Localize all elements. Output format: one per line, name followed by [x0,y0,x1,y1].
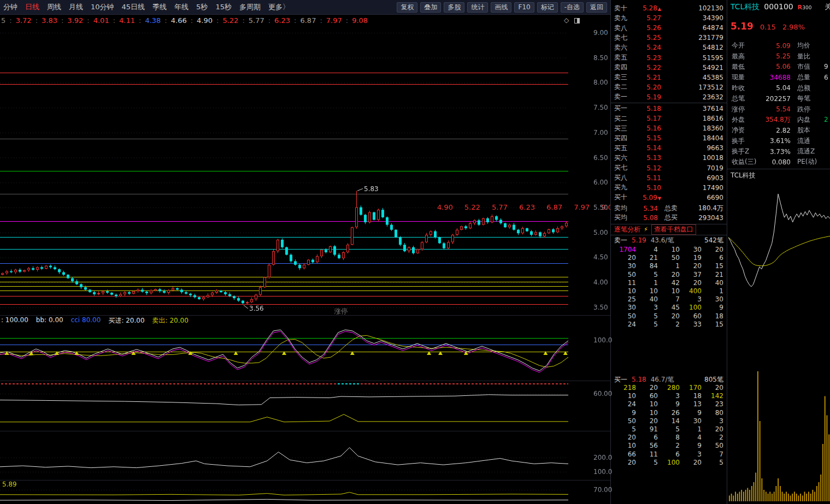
toolbar-button-统计[interactable]: 统计 [467,2,488,13]
tick-cell: 42 [658,279,680,287]
level2-depth-link[interactable]: 查看千档盘口 [651,224,696,235]
tick-row: 111422040 [611,279,727,287]
tick-cell: 218 [614,384,636,392]
toolbar-button-标记[interactable]: 标记 [537,2,558,13]
period-tab-45日线[interactable]: 45日线 [122,2,145,12]
tick-cell: 10 [658,287,680,295]
bid-level-row[interactable]: 买五5.149663 [611,143,727,153]
period-tab-5秒[interactable]: 5秒 [196,2,208,12]
bid-level-row[interactable]: 买一5.1837614 [611,104,727,114]
tick-cell: 66 [614,450,636,459]
stat-value: 34688 [762,74,791,81]
tick-cell: 45 [658,304,680,312]
sell-tick-header: 卖一 5.19 43.6/笔 542笔 [611,236,727,245]
diamond-icon[interactable]: ◇ [564,16,569,24]
toolbar-button--自选[interactable]: -自选 [561,2,584,13]
ask-level-row[interactable]: 卖七5.25231779 [611,33,727,43]
indicator-axis-label: 100.0 [593,336,612,344]
period-tab-分钟[interactable]: 分钟 [3,2,17,12]
indicator-panel-3[interactable] [0,431,568,481]
tick-row: 17044103020 [611,246,727,254]
tick-cell: 20 [658,312,680,321]
bid-level-row[interactable]: 买三5.1618360 [611,123,727,133]
tick-cell: 6 [702,254,723,262]
bid-level-row[interactable]: 买四5.1518404 [611,133,727,143]
oscillator-panel[interactable] [0,326,568,381]
tick-cell: 3 [658,392,680,400]
stat-value: 9 [824,63,828,70]
intraday-mini-chart[interactable] [728,180,830,504]
tick-cell: 20 [702,425,723,434]
period-tab-10分钟[interactable]: 10分钟 [91,2,114,12]
ask-level-row[interactable]: 卖五5.2351595 [611,52,727,62]
toolbar-button-多股[interactable]: 多股 [444,2,464,13]
bid-volume: 18360 [661,124,723,132]
tick-row: 6611637 [611,450,727,459]
toolbar-button-复权[interactable]: 复权 [397,2,417,13]
buy-trade-count: 805笔 [704,375,723,384]
bid-level-row[interactable]: 买六5.1310018 [611,153,727,163]
stat-value: 5.54 [762,105,791,113]
price-axis-label: 7.00 [593,129,608,137]
bid-level-row[interactable]: 买九5.1017490 [611,183,727,193]
stat-label: 总笔 [732,94,762,103]
gann-value: 7.97 [326,16,342,25]
ask-volume: 45385 [661,74,723,81]
price-axis-label: 8.50 [593,54,608,62]
gann-separator: : [87,16,89,25]
stat-label: 量比 [797,52,810,61]
ask-volume: 173512 [661,84,723,91]
tick-cell: 10 [614,392,636,400]
period-tab-年线[interactable]: 年线 [174,2,189,12]
price-axis-label: 4.00 [593,278,608,286]
tick-cell: 20 [614,254,636,262]
ask-level-row[interactable]: 卖四5.2254921 [611,63,727,73]
period-tab-15秒[interactable]: 15秒 [215,2,232,12]
gann-separator: : [346,16,348,25]
ask-level-row[interactable]: 卖二5.20173512 [611,82,727,92]
tick-cell: 400 [680,287,702,295]
gann-value: 4.66 [171,16,187,25]
period-tab-更多〉[interactable]: 更多〉 [268,2,290,12]
bid-level-row[interactable]: 买二5.1718616 [611,114,727,123]
tick-cell: 2 [702,434,723,442]
indicator-panel-4[interactable] [0,481,568,504]
ask-level-row[interactable]: 卖六5.2454812 [611,43,727,52]
tick-analysis-tab[interactable]: 逐笔分析 [614,225,640,234]
period-tab-多周期[interactable]: 多周期 [239,2,261,12]
bid-level-row[interactable]: 买十5.09▼6690 [611,193,727,203]
intraday-tab[interactable]: TCL科技 [731,171,756,180]
ask-level-row[interactable]: 卖九5.2734390 [611,13,727,23]
stat-label: 净资 [732,126,762,135]
corner-label: 关 [825,2,830,12]
split-panel-icon[interactable] [574,18,580,23]
period-tab-日线[interactable]: 日线 [25,2,39,12]
ask-level-row[interactable]: 卖三5.2145385 [611,73,727,82]
toolbar-button-返回[interactable]: 返回 [586,2,607,13]
period-tab-月线[interactable]: 月线 [69,2,83,12]
sell-tick-grid: 1704410302020215019630841201550520372111… [611,246,727,329]
toolbar-button-画线[interactable]: 画线 [491,2,511,13]
gann-value: 3.92 [67,16,83,25]
margin-badge: R [798,4,802,11]
period-tab-周线[interactable]: 周线 [47,2,61,12]
tick-cell: 37 [680,271,702,279]
tick-cell: 3 [636,304,658,312]
ask-level-row[interactable]: 卖一5.1923632 [611,92,727,102]
ask-level-row[interactable]: 卖十5.28▲102130 [611,3,727,13]
sell-trade-count: 542笔 [704,236,723,245]
tick-cell: 40 [702,279,723,287]
bid-level-row[interactable]: 买七5.127019 [611,163,727,173]
toolbar-button-F10[interactable]: F10 [514,2,534,13]
candlestick-chart[interactable] [0,26,568,316]
bid-level-row[interactable]: 买八5.116903 [611,173,727,183]
bid-price: 5.18 [633,105,661,112]
toolbar-button-叠加[interactable]: 叠加 [420,2,441,13]
stock-trading-app: 分钟日线周线月线10分钟45日线季线年线5秒15秒多周期更多〉 复权叠加多股统计… [0,0,830,504]
period-tab-季线[interactable]: 季线 [152,2,167,12]
tick-cell: 6 [658,450,680,459]
tick-cell: 142 [702,392,723,400]
ask-volume: 102130 [661,4,723,12]
indicator-panel-2[interactable] [0,387,568,431]
ask-level-row[interactable]: 卖八5.2664874 [611,23,727,33]
